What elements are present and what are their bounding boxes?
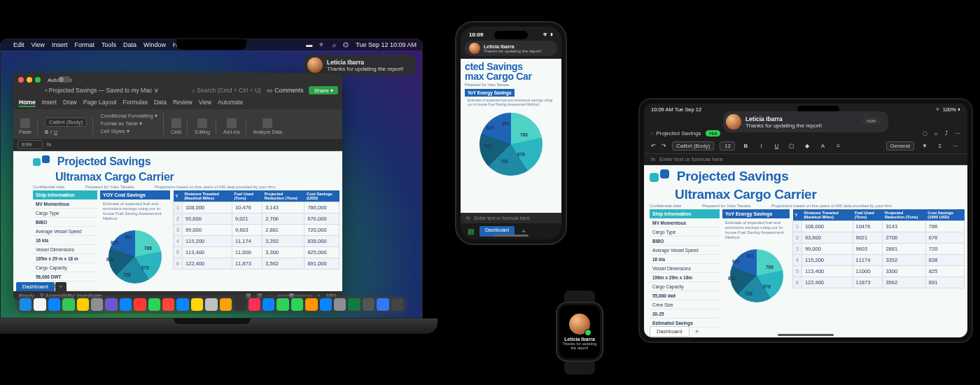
table-cell[interactable]: 891	[925, 277, 964, 288]
table-cell[interactable]: 838	[925, 255, 964, 266]
table-cell[interactable]: 891,000	[304, 258, 340, 270]
table-cell[interactable]: 115,200	[182, 236, 232, 247]
home-indicator[interactable]	[493, 234, 528, 237]
table-row[interactable]: 1108,00010,4763,143786,000	[174, 202, 340, 214]
table-row[interactable]: 293,6009,0212,706676,000	[174, 214, 340, 225]
table-cell[interactable]: 1	[174, 202, 183, 214]
dock-app-icon[interactable]	[162, 298, 174, 311]
bold-button[interactable]: B	[741, 141, 750, 150]
sum-icon[interactable]: Σ	[935, 141, 945, 150]
dock-app-icon[interactable]	[248, 298, 260, 311]
table-cell[interactable]: 3	[793, 244, 802, 255]
align-button[interactable]: ≡	[833, 141, 843, 150]
table-cell[interactable]: 11000	[853, 266, 883, 277]
table-cell[interactable]: 3562	[883, 277, 925, 288]
table-cell[interactable]: 825,000	[304, 247, 340, 258]
table-cell[interactable]: 115,200	[802, 255, 853, 266]
back-button[interactable]: ‹	[651, 130, 653, 136]
menu-tools[interactable]: Tools	[102, 41, 116, 48]
share-button[interactable]: Share ▾	[309, 86, 338, 94]
italic-button[interactable]: I	[50, 130, 52, 134]
dock-app-icon[interactable]	[305, 298, 317, 311]
format-as-table-button[interactable]: Format as Table ▾	[100, 120, 142, 127]
underline-button[interactable]: U	[771, 141, 781, 150]
table-cell[interactable]: 676,000	[304, 214, 340, 225]
sheet-tabs-expand-icon[interactable]: ▤	[465, 226, 477, 237]
table-cell[interactable]: 2	[793, 232, 802, 244]
lightbulb-icon[interactable]: ◌	[923, 130, 927, 136]
tab-insert[interactable]: Insert	[42, 99, 57, 107]
search-icon[interactable]: ⌕	[332, 41, 336, 48]
search-icon[interactable]: ⌕	[934, 130, 938, 136]
wifi-icon[interactable]: ᯤ	[319, 41, 326, 48]
add-sheet-button[interactable]: +	[55, 282, 66, 291]
table-cell[interactable]: 786,000	[304, 202, 340, 214]
table-cell[interactable]: 11,000	[232, 247, 262, 258]
tab-draw[interactable]: Draw	[63, 99, 77, 107]
iphone-spreadsheet[interactable]: cted Savings max Cargo Car Prepared for …	[461, 59, 561, 213]
font-size-selector[interactable]: 12	[720, 141, 735, 150]
dock-app-icon[interactable]	[220, 298, 232, 311]
table-cell[interactable]: 3,352	[262, 236, 304, 247]
table-cell[interactable]: 2	[174, 214, 183, 225]
dock-app-icon[interactable]	[276, 298, 288, 311]
table-row[interactable]: 399,00096032881720	[793, 244, 965, 255]
dock-app-icon[interactable]	[77, 298, 89, 311]
dock-app-icon[interactable]	[91, 298, 103, 311]
dock-app-icon[interactable]	[176, 298, 188, 311]
table-cell[interactable]: 93,600	[802, 232, 853, 244]
table-cell[interactable]: 122,400	[182, 258, 232, 270]
battery-icon[interactable]: ▬	[306, 41, 312, 48]
table-cell[interactable]: 11,174	[232, 236, 262, 247]
table-cell[interactable]: 6	[174, 258, 183, 270]
table-cell[interactable]: 10,476	[232, 202, 262, 214]
table-row[interactable]: 399,0009,6032,881720,000	[174, 225, 340, 236]
menu-window[interactable]: Window	[144, 41, 166, 48]
table-cell[interactable]: 108,000	[182, 202, 232, 214]
table-cell[interactable]: 99,000	[182, 225, 232, 236]
close-window-button[interactable]	[18, 77, 24, 83]
menubar-datetime[interactable]: Tue Sep 12 10:09 AM	[356, 41, 416, 48]
table-row[interactable]: 5113,40011,0003,300825,000	[174, 247, 340, 258]
table-cell[interactable]: 3,562	[262, 258, 304, 270]
dock-app-icon[interactable]	[291, 298, 303, 311]
minimize-window-button[interactable]	[27, 77, 32, 83]
table-cell[interactable]: 122,400	[802, 277, 853, 288]
menu-edit[interactable]: Edit	[13, 41, 24, 48]
menu-data[interactable]: Data	[123, 41, 136, 48]
table-cell[interactable]: 113,400	[182, 247, 232, 258]
table-row[interactable]: 6122,400118733562891	[793, 277, 965, 288]
table-cell[interactable]: 93,600	[182, 214, 232, 225]
tab-view[interactable]: View	[199, 99, 211, 107]
addins-icon[interactable]	[227, 118, 237, 128]
table-cell[interactable]: 5	[174, 247, 183, 258]
dock-app-icon[interactable]	[334, 298, 346, 311]
bold-button[interactable]: B	[45, 130, 48, 134]
share-icon[interactable]: ⤴	[945, 130, 948, 136]
table-cell[interactable]: 5	[793, 266, 802, 277]
table-cell[interactable]: 3,300	[262, 247, 304, 258]
table-cell[interactable]: 720	[925, 244, 964, 255]
dock-app-icon[interactable]	[34, 298, 46, 311]
table-cell[interactable]: 838,000	[304, 236, 340, 247]
dock-app-icon[interactable]	[320, 298, 332, 311]
dock-app-icon[interactable]	[148, 298, 160, 311]
autosave-toggle[interactable]	[58, 76, 71, 83]
table-cell[interactable]: 113,400	[802, 266, 853, 277]
table-row[interactable]: 4115,20011,1743,352838,000	[174, 236, 340, 247]
table-row[interactable]: 4115,200111743352838	[793, 255, 965, 266]
dock-app-icon[interactable]	[391, 298, 403, 311]
table-cell[interactable]: 11873	[853, 277, 883, 288]
dock-app-icon[interactable]	[105, 298, 117, 311]
table-cell[interactable]: 3352	[883, 255, 925, 266]
ipad-spreadsheet[interactable]: Projected Savings Ultramax Cargo Carrier…	[644, 165, 967, 337]
more-icon[interactable]: ⋯	[955, 130, 960, 136]
table-cell[interactable]: 676	[925, 232, 964, 244]
document-filename[interactable]: Projected Savings	[49, 87, 97, 94]
tab-data[interactable]: Data	[154, 99, 167, 107]
menu-insert[interactable]: Insert	[52, 41, 68, 48]
dock-app-icon[interactable]	[120, 298, 132, 311]
dock-app-icon[interactable]	[205, 298, 217, 311]
table-cell[interactable]: 720,000	[304, 225, 340, 236]
number-format-selector[interactable]: General	[886, 141, 914, 150]
